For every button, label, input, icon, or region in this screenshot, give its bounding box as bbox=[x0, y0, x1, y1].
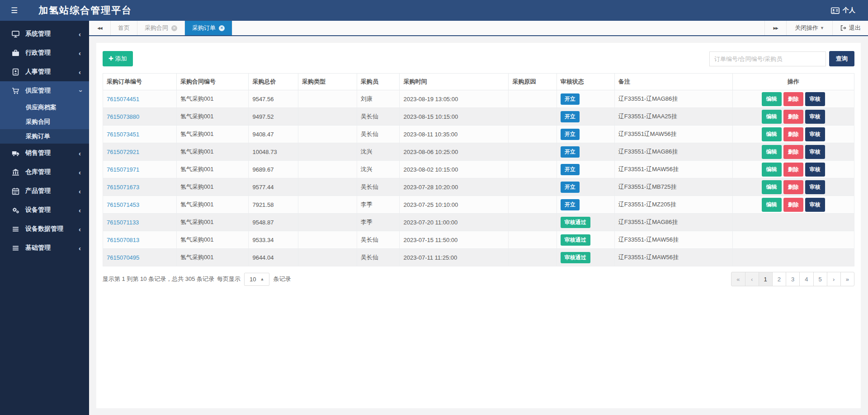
delete-button[interactable]: 删除 bbox=[783, 163, 803, 177]
column-header-total_price: 采购总价 bbox=[249, 74, 298, 90]
search-button[interactable]: 查询 bbox=[829, 51, 854, 66]
edit-button[interactable]: 编辑 bbox=[762, 127, 782, 141]
audit-button[interactable]: 审核 bbox=[805, 180, 825, 194]
pagination-page-3[interactable]: 3 bbox=[786, 272, 800, 286]
delete-button[interactable]: 删除 bbox=[783, 198, 803, 212]
cell-actions bbox=[732, 214, 854, 231]
cell-buyer: 吴长仙 bbox=[357, 126, 400, 143]
delete-button[interactable]: 删除 bbox=[783, 145, 803, 159]
audit-button[interactable]: 审核 bbox=[805, 92, 825, 106]
sidebar-item-warehouse[interactable]: 仓库管理‹ bbox=[0, 163, 89, 182]
pagination-prev[interactable]: ‹ bbox=[745, 272, 759, 286]
column-header-buyer: 采购员 bbox=[357, 74, 400, 90]
pagination-page-2[interactable]: 2 bbox=[772, 272, 786, 286]
sidebar-item-equipment[interactable]: 设备管理‹ bbox=[0, 201, 89, 219]
sidebar-item-personnel[interactable]: 人事管理‹ bbox=[0, 62, 89, 81]
audit-button[interactable]: 审核 bbox=[805, 145, 825, 159]
order-number-link[interactable]: 7615072921 bbox=[107, 149, 139, 155]
sidebar-item-system[interactable]: 系统管理‹ bbox=[0, 24, 89, 43]
sidebar-item-product[interactable]: 产品管理‹ bbox=[0, 182, 89, 201]
edit-button[interactable]: 编辑 bbox=[762, 163, 782, 177]
pagination-page-5[interactable]: 5 bbox=[813, 272, 827, 286]
order-number-link[interactable]: 7615071453 bbox=[107, 201, 139, 208]
delete-button[interactable]: 删除 bbox=[783, 92, 803, 106]
sidebar-item-sales[interactable]: 销售管理‹ bbox=[0, 144, 89, 163]
delete-button[interactable]: 删除 bbox=[783, 127, 803, 141]
page-size-value: 10 bbox=[250, 276, 256, 283]
cell-total_price: 9408.47 bbox=[249, 126, 298, 143]
order-number-link[interactable]: 7615070813 bbox=[107, 237, 139, 243]
delete-button[interactable]: 删除 bbox=[783, 180, 803, 194]
logout-button[interactable]: 退出 bbox=[832, 21, 868, 35]
cell-remark: 辽F33551-辽MAW56挂 bbox=[614, 249, 732, 266]
add-button[interactable]: ✚ 添加 bbox=[103, 51, 133, 66]
purchase-orders-table: 采购订单编号采购合同编号采购总价采购类型采购员采购时间采购原因审核状态备注操作 … bbox=[103, 73, 854, 266]
sidebar-item-administrative[interactable]: 行政管理‹ bbox=[0, 43, 89, 62]
hamburger-menu-icon[interactable]: ☰ bbox=[11, 6, 18, 15]
cell-purchase_time: 2023-08-11 10:35:00 bbox=[400, 126, 509, 143]
order-number-link[interactable]: 7615073451 bbox=[107, 131, 139, 138]
table-row: 7615071971氢气采购0019689.67沈兴2023-08-02 10:… bbox=[103, 161, 854, 178]
cell-audit_status: 开立 bbox=[557, 108, 614, 126]
delete-button[interactable]: 删除 bbox=[783, 110, 803, 124]
edit-button[interactable]: 编辑 bbox=[762, 92, 782, 106]
sidebar-subitem-purchase-order[interactable]: 采购订单 bbox=[0, 129, 89, 144]
order-number-link[interactable]: 7615071971 bbox=[107, 166, 139, 173]
order-number-link[interactable]: 7615070495 bbox=[107, 254, 139, 261]
pagination-page-1[interactable]: 1 bbox=[759, 272, 773, 286]
cell-total_price: 10048.73 bbox=[249, 143, 298, 161]
column-header-purchase_type: 采购类型 bbox=[298, 74, 357, 90]
tabs-scroll-right-icon[interactable]: ▶▶ bbox=[764, 21, 786, 35]
pagination-last[interactable]: » bbox=[840, 272, 854, 286]
sidebar-group-basic: 基础管理‹ bbox=[0, 238, 89, 257]
cell-audit_status: 审核通过 bbox=[557, 231, 614, 249]
column-header-contract_no: 采购合同编号 bbox=[176, 74, 249, 90]
sidebar-group-equipment-data: 设备数据管理‹ bbox=[0, 219, 89, 238]
pagination-first[interactable]: « bbox=[731, 272, 745, 286]
edit-button[interactable]: 编辑 bbox=[762, 110, 782, 124]
cell-purchase_type bbox=[298, 90, 357, 108]
sidebar-item-basic[interactable]: 基础管理‹ bbox=[0, 238, 89, 257]
audit-button[interactable]: 审核 bbox=[805, 127, 825, 141]
edit-button[interactable]: 编辑 bbox=[762, 198, 782, 212]
table-row: 7615071453氢气采购0017921.58李季2023-07-25 10:… bbox=[103, 196, 854, 214]
chevron-left-icon: ‹ bbox=[79, 226, 81, 233]
close-icon[interactable]: ✕ bbox=[171, 25, 177, 31]
records-summary: 显示第 1 到第 10 条记录，总共 305 条记录 bbox=[103, 275, 214, 283]
tab-purchase-order[interactable]: 采购订单✕ bbox=[185, 21, 232, 35]
user-menu[interactable]: 个人 bbox=[831, 6, 855, 14]
sidebar-item-label: 产品管理 bbox=[25, 187, 79, 195]
sidebar-item-supply[interactable]: 供应管理‹ bbox=[0, 81, 89, 100]
sidebar-item-label: 设备管理 bbox=[25, 206, 79, 214]
close-icon[interactable]: ✕ bbox=[219, 25, 225, 31]
tab-purchase-contract[interactable]: 采购合同✕ bbox=[137, 21, 185, 35]
order-number-link[interactable]: 7615071673 bbox=[107, 184, 139, 191]
edit-button[interactable]: 编辑 bbox=[762, 180, 782, 194]
close-operations-dropdown[interactable]: 关闭操作 ▼ bbox=[786, 21, 832, 35]
sidebar-subitem-purchase-contract[interactable]: 采购合同 bbox=[0, 115, 89, 129]
audit-button[interactable]: 审核 bbox=[805, 110, 825, 124]
id-card-icon bbox=[831, 7, 840, 14]
order-number-link[interactable]: 7615074451 bbox=[107, 96, 139, 103]
cell-reason bbox=[509, 214, 557, 231]
pagination-next[interactable]: › bbox=[827, 272, 841, 286]
pagination-page-4[interactable]: 4 bbox=[799, 272, 813, 286]
order-number-link[interactable]: 7615073880 bbox=[107, 113, 139, 120]
truck-icon bbox=[12, 149, 19, 157]
page-size-select[interactable]: 10 ▲ bbox=[244, 273, 269, 286]
column-header-order_no: 采购订单编号 bbox=[103, 74, 177, 90]
cell-order_no: 7615070495 bbox=[103, 249, 177, 266]
tabs-scroll-left-icon[interactable]: ◀◀ bbox=[89, 21, 111, 35]
edit-button[interactable]: 编辑 bbox=[762, 145, 782, 159]
sidebar-submenu: 供应商档案采购合同采购订单 bbox=[0, 100, 89, 144]
tab-home[interactable]: 首页 bbox=[111, 21, 137, 35]
sidebar-item-equipment-data[interactable]: 设备数据管理‹ bbox=[0, 219, 89, 238]
sidebar-group-product: 产品管理‹ bbox=[0, 182, 89, 201]
sidebar-subitem-supplier-archive[interactable]: 供应商档案 bbox=[0, 100, 89, 115]
audit-button[interactable]: 审核 bbox=[805, 163, 825, 177]
audit-button[interactable]: 审核 bbox=[805, 198, 825, 212]
table-row: 7615070495氢气采购0019644.04吴长仙2023-07-11 11… bbox=[103, 249, 854, 266]
sidebar-item-label: 设备数据管理 bbox=[25, 225, 79, 233]
order-number-link[interactable]: 7615071133 bbox=[107, 219, 139, 226]
search-input[interactable] bbox=[709, 51, 826, 66]
